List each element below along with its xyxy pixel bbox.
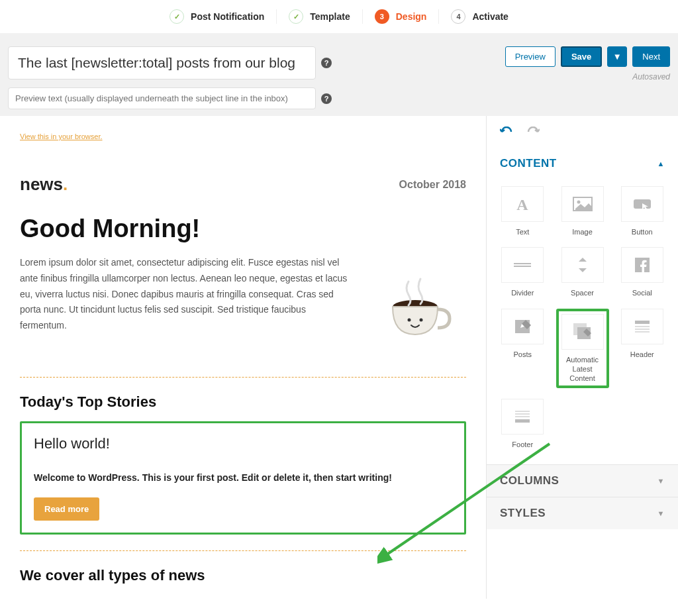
email-canvas[interactable]: View this in your browser. news. October… — [0, 116, 486, 599]
divider-icon — [512, 262, 532, 268]
svg-rect-18 — [515, 411, 530, 412]
content-panel-header[interactable]: CONTENT ▲ — [487, 148, 678, 180]
footer-icon — [514, 409, 531, 424]
preview-text-input[interactable] — [8, 87, 316, 109]
button-icon — [632, 197, 652, 211]
redo-icon[interactable] — [526, 127, 540, 137]
wizard-step-activate[interactable]: 4 Activate — [439, 9, 520, 24]
svg-rect-19 — [515, 413, 530, 415]
chevron-down-icon: ▼ — [657, 477, 665, 485]
widget-footer[interactable]: Footer — [499, 399, 547, 449]
widget-text[interactable]: A Text — [499, 186, 547, 236]
divider — [20, 550, 466, 551]
check-icon: ✓ — [170, 9, 184, 24]
wizard-step-template[interactable]: ✓ Template — [277, 9, 362, 24]
facebook-icon — [635, 258, 650, 272]
autosaved-status: Autosaved — [632, 72, 670, 81]
svg-rect-21 — [515, 419, 530, 423]
chevron-up-icon: ▲ — [657, 160, 665, 168]
posts-icon — [514, 319, 531, 334]
view-in-browser-link[interactable]: View this in your browser. — [20, 132, 103, 140]
save-button[interactable]: Save — [561, 46, 602, 67]
automatic-content-icon — [573, 323, 592, 340]
spacer-icon — [576, 256, 589, 274]
widget-posts[interactable]: Posts — [499, 309, 547, 389]
panel-label: CONTENT — [500, 157, 557, 170]
secondary-heading: We cover all types of news — [20, 567, 466, 584]
wizard-step-label: Post Notification — [191, 11, 264, 22]
help-icon[interactable]: ? — [321, 58, 332, 68]
widget-image[interactable]: Image — [556, 186, 609, 236]
svg-rect-15 — [635, 326, 650, 327]
image-icon — [573, 197, 593, 211]
step-number-badge: 3 — [375, 9, 389, 24]
post-excerpt: Welcome to WordPress. This is your first… — [34, 472, 452, 483]
newsletter-date: October 2018 — [399, 179, 466, 191]
check-icon: ✓ — [289, 9, 303, 24]
svg-point-1 — [408, 319, 411, 322]
wizard-step-label: Design — [396, 11, 427, 22]
styles-panel-header[interactable]: STYLES ▼ — [487, 497, 678, 529]
svg-rect-14 — [635, 321, 650, 324]
preview-button[interactable]: Preview — [505, 46, 556, 67]
read-more-button[interactable]: Read more — [34, 497, 99, 521]
widget-header[interactable]: Header — [618, 309, 667, 389]
svg-point-6 — [577, 201, 580, 204]
chevron-down-icon: ▼ — [657, 509, 665, 517]
widget-divider[interactable]: Divider — [499, 247, 547, 297]
help-icon[interactable]: ? — [321, 93, 332, 104]
subject-line-input[interactable] — [8, 46, 316, 79]
wizard-step-design[interactable]: 3 Design — [363, 9, 440, 24]
automatic-content-block[interactable]: Hello world! Welcome to WordPress. This … — [20, 421, 466, 535]
header-bar: ? ? Preview Save ▼ Next Autosaved — [0, 33, 678, 116]
undo-icon[interactable] — [500, 127, 513, 137]
columns-panel-header[interactable]: COLUMNS ▼ — [487, 464, 678, 497]
wizard-step-label: Template — [310, 11, 350, 22]
intro-paragraph: Lorem ipsum dolor sit amet, consectetur … — [20, 255, 354, 334]
header-icon — [634, 319, 651, 334]
post-title: Hello world! — [34, 435, 452, 452]
greeting-heading: Good Morning! — [20, 215, 466, 243]
top-stories-heading: Today's Top Stories — [20, 393, 466, 411]
wizard-steps: ✓ Post Notification ✓ Template 3 Design … — [0, 0, 678, 33]
save-dropdown-button[interactable]: ▼ — [607, 46, 627, 67]
widget-social[interactable]: Social — [618, 247, 667, 297]
svg-rect-16 — [635, 329, 650, 330]
widgets-grid: A Text Image Button Divider Spacer So — [487, 180, 678, 464]
widget-spacer[interactable]: Spacer — [556, 247, 609, 297]
svg-text:A: A — [517, 196, 529, 213]
widget-automatic-latest-content[interactable]: Automatic Latest Content — [556, 309, 609, 389]
svg-rect-20 — [515, 416, 530, 417]
svg-point-2 — [420, 319, 423, 322]
wizard-step-notification[interactable]: ✓ Post Notification — [158, 9, 277, 24]
panel-label: STYLES — [500, 507, 546, 520]
coffee-cup-icon — [383, 275, 456, 341]
newsletter-logo: news. — [20, 174, 68, 195]
widget-button[interactable]: Button — [618, 186, 667, 236]
wizard-step-label: Activate — [472, 11, 508, 22]
coffee-image — [373, 255, 466, 361]
svg-rect-17 — [635, 331, 650, 333]
step-number-badge: 4 — [451, 9, 465, 24]
panel-label: COLUMNS — [500, 474, 559, 488]
next-button[interactable]: Next — [632, 46, 670, 67]
text-icon: A — [512, 195, 532, 213]
divider — [20, 377, 466, 378]
design-sidebar: CONTENT ▲ A Text Image Button Divider — [486, 116, 678, 599]
